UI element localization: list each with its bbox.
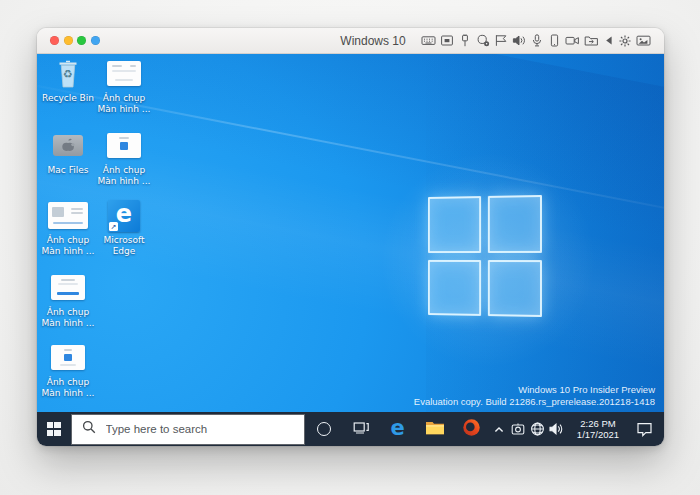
close-button[interactable] bbox=[50, 36, 59, 45]
cortana-button[interactable] bbox=[305, 412, 342, 446]
window-title: Windows 10 bbox=[340, 34, 405, 48]
microsoft-edge-icon: e bbox=[390, 416, 404, 440]
watermark-line-2: Evaluation copy. Build 21286.rs_prerelea… bbox=[414, 396, 655, 408]
window-titlebar: Windows 10 bbox=[37, 28, 664, 54]
desktop-icon-screenshot-2[interactable]: Ảnh chụpMàn hình ... bbox=[95, 129, 153, 187]
desktop-icon-label: Ảnh chụpMàn hình ... bbox=[42, 377, 95, 399]
clock-date: 1/17/2021 bbox=[570, 429, 626, 440]
taskbar-search[interactable] bbox=[71, 414, 305, 445]
insider-preview-watermark: Windows 10 Pro Insider Preview Evaluatio… bbox=[414, 384, 655, 408]
task-view-button[interactable] bbox=[342, 412, 379, 446]
screenshot-thumbnail-icon bbox=[48, 199, 88, 232]
file-explorer-icon bbox=[425, 419, 445, 440]
action-center-button[interactable] bbox=[631, 412, 657, 446]
screenshot-thumbnail-icon bbox=[107, 57, 141, 90]
shared-folder-icon[interactable] bbox=[584, 34, 599, 47]
desktop-icon-microsoft-edge[interactable]: e ↗ MicrosoftEdge bbox=[95, 199, 153, 257]
desktop-icon-screenshot-5[interactable]: Ảnh chụpMàn hình ... bbox=[39, 341, 97, 399]
volume-icon[interactable] bbox=[547, 412, 565, 446]
recycle-bin-icon: ♻ bbox=[55, 57, 81, 90]
windows-logo-pane bbox=[428, 259, 481, 315]
cortana-icon bbox=[317, 422, 331, 436]
desktop-icon-label: Ảnh chụpMàn hình ... bbox=[42, 235, 95, 257]
office-icon bbox=[462, 418, 481, 441]
zoom-button[interactable] bbox=[77, 36, 86, 45]
task-view-icon bbox=[352, 419, 370, 439]
device-icon[interactable] bbox=[548, 34, 561, 47]
taskbar-app-icons: e bbox=[305, 412, 490, 446]
windows-logo-pane bbox=[428, 196, 481, 252]
windows-taskbar: e bbox=[37, 412, 664, 446]
desktop-icon-mac-files[interactable]: Mac Files bbox=[39, 129, 97, 176]
desktop-icon-label: Ảnh chụpMàn hình ... bbox=[98, 165, 151, 187]
microphone-icon[interactable] bbox=[530, 34, 544, 47]
windows-start-icon bbox=[47, 422, 61, 436]
parallels-vm-window: Windows 10 bbox=[37, 28, 664, 446]
parallels-tools-tray-icon[interactable] bbox=[509, 412, 527, 446]
desktop-icon-screenshot-1[interactable]: Ảnh chụpMàn hình ... bbox=[95, 57, 153, 115]
office-button[interactable] bbox=[453, 412, 490, 446]
desktop-icon-screenshot-4[interactable]: Ảnh chụpMàn hình ... bbox=[39, 271, 97, 329]
windows-desktop[interactable]: ♻ Recycle Bin Ảnh chụpMàn hình ... bbox=[37, 54, 664, 412]
mac-files-folder-icon bbox=[52, 129, 84, 162]
screenshot-image-icon[interactable] bbox=[636, 34, 651, 47]
microsoft-edge-icon: e ↗ bbox=[108, 199, 140, 232]
screenshot-thumbnail-icon bbox=[51, 271, 85, 304]
usb-icon[interactable] bbox=[458, 34, 472, 47]
windows-logo-wallpaper bbox=[428, 195, 542, 317]
desktop-icon-label: Recycle Bin bbox=[42, 93, 94, 104]
start-button[interactable] bbox=[37, 412, 71, 446]
traffic-lights bbox=[50, 36, 100, 45]
keyboard-icon[interactable] bbox=[421, 34, 436, 47]
camera-icon[interactable] bbox=[565, 34, 580, 47]
desktop-icon-recycle-bin[interactable]: ♻ Recycle Bin bbox=[39, 57, 97, 104]
search-input[interactable] bbox=[104, 422, 296, 436]
screenshot-thumbnail-icon bbox=[107, 129, 141, 162]
network-adapter-icon[interactable] bbox=[494, 34, 508, 47]
watermark-line-1: Windows 10 Pro Insider Preview bbox=[414, 384, 655, 396]
network-globe-icon[interactable] bbox=[528, 412, 546, 446]
system-tray: 2:26 PM 1/17/2021 bbox=[490, 412, 664, 446]
mouse-icon[interactable] bbox=[476, 34, 490, 47]
settings-gear-icon[interactable] bbox=[618, 34, 632, 48]
taskbar-clock[interactable]: 2:26 PM 1/17/2021 bbox=[566, 418, 630, 440]
file-explorer-button[interactable] bbox=[416, 412, 453, 446]
volume-icon[interactable] bbox=[512, 34, 526, 47]
svg-text:♻: ♻ bbox=[63, 68, 73, 81]
shortcut-arrow-badge: ↗ bbox=[109, 222, 118, 231]
windows-logo-pane bbox=[487, 195, 542, 253]
desktop-icon-label: MicrosoftEdge bbox=[104, 235, 145, 257]
edge-taskbar-button[interactable]: e bbox=[379, 412, 416, 446]
windows-logo-pane bbox=[487, 260, 542, 318]
desktop-icon-label: Ảnh chụpMàn hình ... bbox=[42, 307, 95, 329]
display-icon[interactable] bbox=[440, 34, 454, 47]
search-icon bbox=[82, 420, 96, 438]
play-icon[interactable] bbox=[603, 34, 614, 47]
desktop-icon-label: Mac Files bbox=[48, 165, 89, 176]
desktop-icon-screenshot-3[interactable]: Ảnh chụpMàn hình ... bbox=[39, 199, 97, 257]
minimize-button[interactable] bbox=[64, 36, 73, 45]
screenshot-thumbnail-icon bbox=[51, 341, 85, 374]
coherence-button[interactable] bbox=[91, 36, 100, 45]
desktop-icon-label: Ảnh chụpMàn hình ... bbox=[98, 93, 151, 115]
vm-toolbar bbox=[421, 34, 651, 48]
clock-time: 2:26 PM bbox=[570, 418, 626, 429]
hidden-icons-button[interactable] bbox=[490, 412, 508, 446]
